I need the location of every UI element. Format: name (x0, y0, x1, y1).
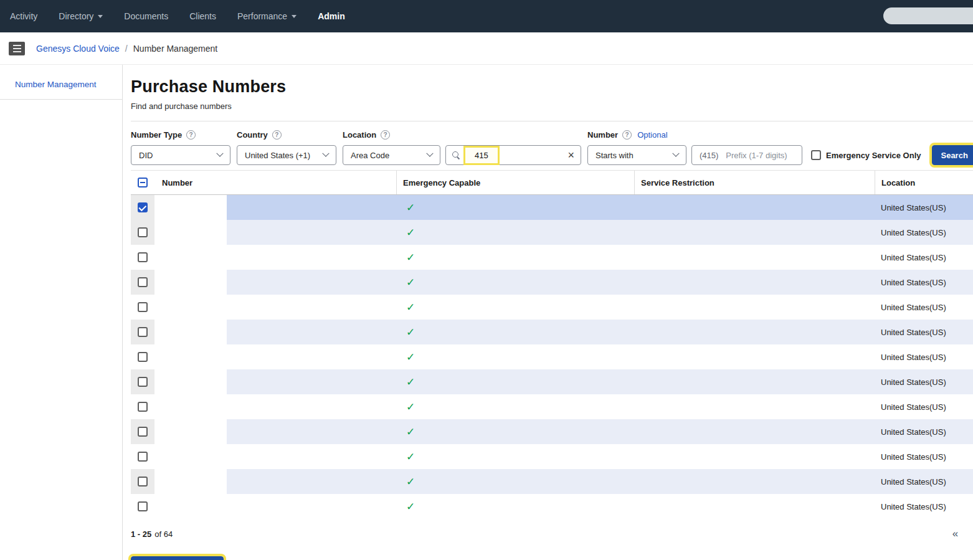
row-checkbox-cell (131, 344, 154, 369)
emergency-check-icon: ✓ (406, 376, 415, 389)
table-row[interactable]: ✓ United States(US) (131, 344, 973, 369)
prefix-input[interactable]: (415) Prefix (1-7 digits) (691, 145, 802, 165)
row-checkbox[interactable] (138, 402, 148, 412)
number-match-select[interactable]: Starts with (587, 145, 686, 165)
row-checkbox-cell (131, 444, 154, 469)
row-restriction (634, 369, 875, 394)
caret-down-icon (98, 15, 103, 18)
col-service-restriction: Service Restriction (634, 171, 875, 194)
table-row[interactable]: ✓ United States(US) (131, 245, 973, 270)
first-page-icon[interactable]: « (952, 528, 958, 540)
nav-item[interactable]: Admin (318, 11, 345, 21)
help-icon[interactable]: ? (381, 130, 390, 140)
row-checkbox[interactable] (138, 252, 148, 262)
country-label-text: Country (237, 130, 268, 140)
result-range: 1 - 25 (131, 529, 151, 539)
help-icon[interactable]: ? (622, 130, 632, 140)
select-all-checkbox[interactable] (138, 178, 148, 187)
prefix-area-code: (415) (700, 151, 718, 160)
row-checkbox-cell (131, 220, 154, 245)
row-restriction (634, 444, 875, 469)
sidebar-items: Number Management (0, 65, 122, 100)
row-checkbox[interactable] (138, 501, 148, 511)
table-row[interactable]: ✓ United States(US) (131, 394, 973, 419)
filter-bar: Number Type ? DID Country ? United State… (131, 130, 973, 165)
row-number-cell (154, 195, 396, 220)
table-row[interactable]: ✓ United States(US) (131, 295, 973, 320)
sidebar-item-number-management[interactable]: Number Management (0, 65, 122, 100)
row-location: United States(US) (875, 394, 973, 419)
country-label: Country ? (237, 130, 336, 140)
table-row[interactable]: ✓ United States(US) (131, 195, 973, 220)
nav-item[interactable]: Performance (237, 11, 297, 21)
sidebar: Number Management (0, 65, 123, 560)
row-checkbox[interactable] (138, 477, 148, 486)
number-type-select[interactable]: DID (131, 145, 230, 165)
clear-icon[interactable]: × (567, 149, 574, 161)
row-location: United States(US) (875, 419, 973, 444)
row-emergency-cell: ✓ (396, 469, 634, 494)
nav-item-label: Directory (59, 11, 93, 21)
row-checkbox[interactable] (138, 427, 148, 437)
col-number: Number (154, 171, 396, 194)
help-icon[interactable]: ? (272, 130, 282, 140)
global-search-pill[interactable] (883, 7, 973, 24)
row-checkbox[interactable] (138, 227, 148, 237)
page-subtitle: Find and purchase numbers (131, 102, 973, 111)
row-checkbox[interactable] (138, 377, 148, 387)
main-area: Number Management Purchase Numbers Find … (0, 65, 973, 560)
row-number-cell (154, 394, 396, 419)
search-icon (452, 151, 460, 159)
table-row[interactable]: ✓ United States(US) (131, 444, 973, 469)
row-restriction (634, 394, 875, 419)
row-restriction (634, 270, 875, 295)
help-icon[interactable]: ? (186, 130, 196, 140)
emergency-only-checkbox[interactable] (811, 150, 821, 160)
row-location: United States(US) (875, 369, 973, 394)
row-emergency-cell: ✓ (396, 320, 634, 344)
area-code-search-input[interactable]: 415 × (445, 145, 581, 165)
emergency-check-icon: ✓ (406, 301, 415, 314)
row-checkbox-cell (131, 469, 154, 494)
row-checkbox[interactable] (138, 452, 148, 462)
table-row[interactable]: ✓ United States(US) (131, 220, 973, 245)
nav-item[interactable]: Clients (189, 11, 216, 21)
row-number-cell (154, 419, 396, 444)
col-emergency-capable: Emergency Capable (396, 171, 634, 194)
table-row[interactable]: ✓ United States(US) (131, 320, 973, 344)
table-row[interactable]: ✓ United States(US) (131, 494, 973, 519)
breadcrumb-root-link[interactable]: Genesys Cloud Voice (36, 44, 120, 54)
table-row[interactable]: ✓ United States(US) (131, 419, 973, 444)
emergency-check-icon: ✓ (406, 401, 415, 414)
table-row[interactable]: ✓ United States(US) (131, 469, 973, 494)
row-location: United States(US) (875, 344, 973, 369)
row-checkbox[interactable] (138, 202, 148, 212)
table-row[interactable]: ✓ United States(US) (131, 369, 973, 394)
row-emergency-cell: ✓ (396, 494, 634, 519)
nav-item[interactable]: Documents (124, 11, 168, 21)
row-emergency-cell: ✓ (396, 195, 634, 220)
row-checkbox[interactable] (138, 352, 148, 362)
page-header: Purchase Numbers Find and purchase numbe… (131, 65, 973, 121)
row-restriction (634, 469, 875, 494)
location-type-select[interactable]: Area Code (343, 145, 440, 165)
number-type-label-text: Number Type (131, 130, 182, 140)
country-select[interactable]: United States (+1) (237, 145, 336, 165)
location-label: Location ? (343, 130, 581, 140)
row-checkbox[interactable] (138, 277, 148, 287)
emergency-check-icon: ✓ (406, 450, 415, 463)
table-row[interactable]: ✓ United States(US) (131, 270, 973, 295)
emergency-check-icon: ✓ (406, 251, 415, 264)
nav-item[interactable]: Activity (10, 11, 37, 21)
filter-number: Number ? Optional Starts with (415) Pref… (587, 130, 802, 165)
numbers-table: Number Emergency Capable Service Restric… (131, 170, 973, 519)
chevron-down-icon (322, 150, 329, 157)
search-button[interactable]: Search (932, 145, 973, 165)
complete-purchase-button[interactable]: Complete Purchase (131, 556, 224, 560)
nav-item[interactable]: Directory (59, 11, 103, 21)
menu-toggle-button[interactable] (9, 42, 25, 55)
row-emergency-cell: ✓ (396, 270, 634, 295)
row-checkbox[interactable] (138, 302, 148, 312)
row-checkbox[interactable] (138, 327, 148, 337)
emergency-check-icon: ✓ (406, 500, 415, 513)
